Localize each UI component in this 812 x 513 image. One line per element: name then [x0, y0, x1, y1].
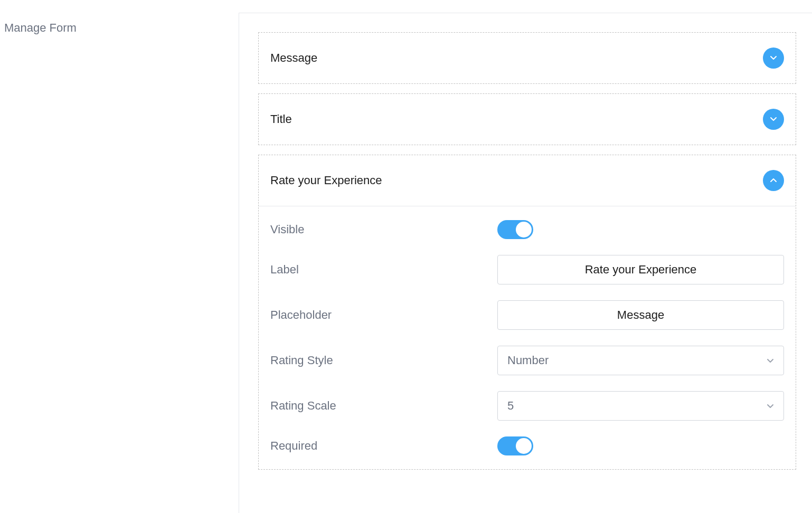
- form-item-rate-experience-title: Rate your Experience: [270, 174, 382, 187]
- rating-style-label: Rating Style: [270, 354, 497, 367]
- field-row-required: Required: [270, 436, 784, 455]
- visible-toggle[interactable]: [497, 220, 533, 239]
- required-toggle[interactable]: [497, 436, 533, 455]
- field-row-rating-scale: Rating Scale 5: [270, 391, 784, 421]
- label-label: Label: [270, 263, 497, 277]
- form-item-title[interactable]: Title: [258, 93, 796, 145]
- label-input[interactable]: [497, 255, 784, 284]
- main-content: Message Title: [239, 13, 812, 513]
- chevron-down-icon: [770, 115, 777, 124]
- collapse-rate-experience-button[interactable]: [763, 170, 784, 191]
- field-row-placeholder: Placeholder: [270, 300, 784, 330]
- sidebar: Manage Form: [0, 0, 239, 513]
- toggle-knob: [516, 222, 532, 238]
- rating-scale-value: 5: [507, 399, 514, 413]
- expand-title-button[interactable]: [763, 109, 784, 130]
- form-item-message-header[interactable]: Message: [259, 33, 796, 83]
- form-item-rate-experience-body: Visible Label: [259, 206, 796, 469]
- chevron-down-icon: [767, 399, 774, 413]
- placeholder-input[interactable]: [497, 300, 784, 330]
- field-row-label: Label: [270, 255, 784, 284]
- rating-style-select[interactable]: Number: [497, 346, 784, 375]
- rating-scale-select[interactable]: 5: [497, 391, 784, 421]
- rating-style-value: Number: [507, 354, 549, 367]
- form-item-message[interactable]: Message: [258, 32, 796, 84]
- form-item-title-title: Title: [270, 112, 292, 126]
- placeholder-label: Placeholder: [270, 308, 497, 322]
- chevron-down-icon: [767, 354, 774, 367]
- visible-label: Visible: [270, 223, 497, 236]
- rating-scale-label: Rating Scale: [270, 399, 497, 413]
- form-item-title-header[interactable]: Title: [259, 94, 796, 145]
- expand-message-button[interactable]: [763, 48, 784, 69]
- required-label: Required: [270, 439, 497, 453]
- form-item-rate-experience[interactable]: Rate your Experience Visible: [258, 155, 796, 470]
- toggle-knob: [516, 438, 532, 454]
- chevron-up-icon: [770, 176, 777, 185]
- form-item-message-title: Message: [270, 51, 317, 65]
- chevron-down-icon: [770, 54, 777, 63]
- field-row-visible: Visible: [270, 220, 784, 239]
- field-row-rating-style: Rating Style Number: [270, 346, 784, 375]
- sidebar-title: Manage Form: [4, 21, 234, 35]
- form-item-rate-experience-header[interactable]: Rate your Experience: [259, 155, 796, 206]
